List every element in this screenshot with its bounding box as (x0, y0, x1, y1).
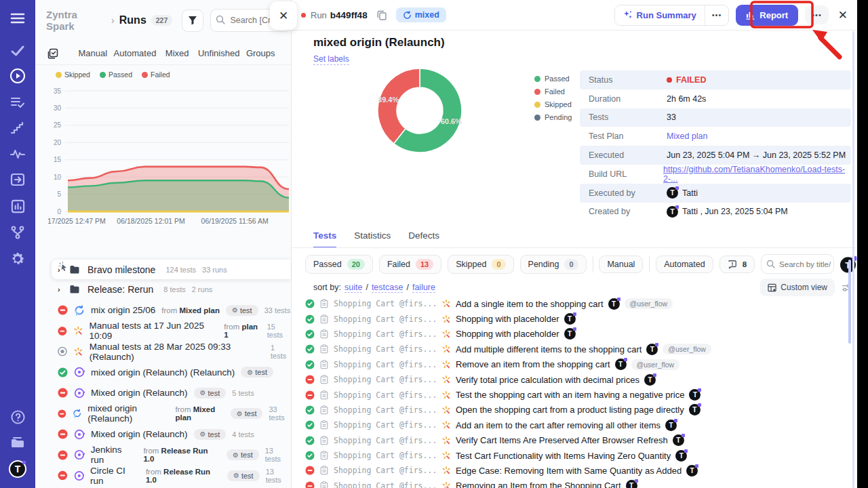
tab-manual[interactable]: Manual (72, 48, 114, 58)
sidebar-steps-icon[interactable] (0, 118, 35, 138)
sidebar-docs-icon[interactable] (0, 432, 35, 453)
sidebar-settings-icon[interactable] (0, 249, 35, 269)
chevron-right-icon[interactable]: › (58, 285, 63, 293)
test-row[interactable]: Shopping Cart @firs... Add a single item… (305, 296, 852, 311)
test-row[interactable]: Shopping Cart @firs... Shopping with pla… (305, 327, 852, 342)
filter-chip-pending[interactable]: Pending0 (520, 255, 587, 274)
avatar[interactable]: T (689, 404, 701, 415)
avatar[interactable]: T (564, 313, 576, 325)
run-summary-more-button[interactable]: ••• (705, 5, 729, 25)
select-all-icon[interactable] (47, 48, 58, 59)
run-summary-button[interactable]: Run Summary (615, 5, 705, 25)
more-actions-button[interactable]: ••• (805, 5, 829, 24)
tab-defects[interactable]: Defects (408, 230, 439, 248)
test-row[interactable]: Shopping Cart @firs... Removing an Item … (305, 479, 852, 488)
report-button[interactable]: Report (736, 5, 798, 26)
avatar[interactable]: T (667, 187, 678, 199)
copy-run-id-button[interactable] (377, 10, 387, 20)
run-type-badge[interactable]: mixed (396, 7, 446, 22)
svg-text:25: 25 (54, 121, 62, 129)
test-row[interactable]: Shopping Cart @firs... Remove an item fr… (305, 357, 852, 372)
tab-tests[interactable]: Tests (313, 230, 336, 248)
tab-mixed[interactable]: Mixed (156, 48, 198, 58)
filter-chip-passed[interactable]: Passed20 (305, 255, 373, 274)
filter-chip-manual[interactable]: Manual (599, 256, 643, 273)
sidebar-sign-in-icon[interactable] (0, 169, 35, 190)
custom-view-button[interactable]: Custom view (760, 279, 835, 296)
detail-close-button[interactable]: ✕ (838, 8, 848, 22)
sidebar-menu-icon[interactable] (0, 8, 35, 28)
run-row[interactable]: mixed origin (Relaunch)from Mixed plan⚙t… (35, 403, 291, 424)
run-details-table: StatusFAILEDDuration2h 6m 42sTests33Test… (580, 70, 851, 221)
failed-status-icon (58, 305, 68, 315)
avatar[interactable]: T (615, 359, 627, 370)
test-row[interactable]: Shopping Cart @firs... Add multiple diff… (305, 342, 852, 357)
sidebar-avatar-icon[interactable]: T (0, 459, 35, 479)
test-row[interactable]: Shopping Cart @firs... Shopping with pla… (305, 311, 852, 326)
manual-run-icon (441, 299, 451, 308)
avatar[interactable]: T (675, 450, 687, 462)
avatar[interactable]: T (689, 389, 701, 401)
sidebar-check-icon[interactable] (0, 41, 35, 61)
avatar[interactable]: T (608, 298, 620, 310)
legend-label: Skipped (545, 100, 572, 108)
run-group-row[interactable]: › Bravo milestone 124 tests 33 runs (52, 260, 291, 279)
avatar[interactable]: T (646, 344, 658, 355)
avatar[interactable]: T (564, 328, 576, 340)
test-plan-link[interactable]: Mixed plan (667, 131, 707, 141)
test-row[interactable]: Shopping Cart @firs... Test Cart Functio… (305, 448, 852, 463)
run-group-row[interactable]: › Release: Rerun 8 tests 2 runs (35, 279, 291, 300)
filter-button[interactable] (182, 9, 203, 32)
test-row[interactable]: Shopping Cart @firs... Open the shopping… (305, 403, 852, 418)
tab-unfinished[interactable]: Unfinished (198, 48, 240, 58)
run-row[interactable]: Mixed origin (Relaunch)⚙test5 tests (35, 383, 291, 404)
test-tag: @user_flow (663, 344, 711, 354)
build-url-link[interactable]: https://github.com/TetianaKhomenko/Load-… (663, 165, 851, 184)
test-row[interactable]: Shopping Cart @firs... Verify Cart Items… (305, 433, 852, 448)
test-row[interactable]: Shopping Cart @firs... Verify total pric… (305, 372, 852, 387)
breadcrumb-project[interactable]: Zyntra Spark (46, 9, 106, 32)
sort-failure-link[interactable]: failure (412, 283, 435, 293)
test-row[interactable]: Shopping Cart @firs... Test the shopping… (305, 387, 852, 402)
tests-search (761, 254, 834, 274)
test-row[interactable]: Shopping Cart @firs... Add an item to th… (305, 418, 852, 432)
tab-statistics[interactable]: Statistics (354, 230, 391, 248)
runs-filter-tabs: Manual Automated Mixed Unfinished Groups (35, 42, 291, 65)
sort-suite-link[interactable]: suite (344, 283, 362, 293)
set-labels-link[interactable]: Set labels (313, 54, 349, 65)
run-row[interactable]: Jenkins runfrom Release Run 1.0⚙test13 t… (35, 445, 291, 466)
run-from-plan: from plan 1 (224, 323, 260, 339)
user-avatar[interactable]: T (9, 460, 26, 478)
sidebar-list-check-icon[interactable] (0, 92, 35, 113)
tabs-divider (292, 247, 857, 248)
avatar[interactable]: T (665, 420, 677, 431)
run-row[interactable]: mix origin 25/06from Mixed plan⚙test33 t… (35, 300, 291, 321)
scrollbar-thumb[interactable] (848, 260, 851, 344)
avatar[interactable]: T (644, 374, 656, 386)
test-row[interactable]: Shopping Cart @firs... Edge Case: Removi… (305, 463, 852, 478)
filter-chip-failed[interactable]: Failed13 (379, 255, 441, 274)
avatar[interactable]: T (673, 434, 684, 446)
avatar[interactable]: T (667, 206, 678, 218)
sort-testcase-link[interactable]: testcase (372, 283, 403, 293)
tab-automated[interactable]: Automated (114, 48, 157, 58)
panel-close-button[interactable]: ✕ (270, 1, 297, 30)
filter-chip-automated[interactable]: Automated (656, 256, 713, 273)
sidebar-branch-icon[interactable] (0, 222, 35, 243)
filter-chip-skipped[interactable]: Skipped0 (448, 255, 513, 274)
run-row[interactable]: Manual tests at 17 Jun 2025 10:09from pl… (35, 321, 291, 342)
sidebar-activity-icon[interactable] (0, 144, 35, 164)
avatar[interactable]: T (626, 480, 637, 488)
run-row[interactable]: mixed origin (Relaunch) (Relaunch)⚙test (35, 362, 291, 383)
run-row[interactable]: Circle CI runfrom Release Run 1.0⚙test13… (35, 466, 291, 487)
scrollbar-track[interactable] (852, 31, 854, 488)
tab-groups[interactable]: Groups (239, 48, 281, 58)
run-row[interactable]: Mixed origin (Relaunch)⚙test4 tests (35, 424, 291, 445)
test-title: Test Cart Functionality with Items Havin… (456, 451, 671, 461)
sidebar-report-icon[interactable] (0, 196, 35, 216)
run-row[interactable]: Manual tests at 28 Mar 2025 09:33 (Relau… (35, 342, 291, 363)
comments-filter-chip[interactable]: 8 (719, 256, 755, 273)
avatar[interactable]: T (686, 465, 698, 476)
sidebar-help-icon[interactable] (0, 407, 35, 427)
sidebar-play-circle-icon[interactable] (0, 66, 35, 86)
